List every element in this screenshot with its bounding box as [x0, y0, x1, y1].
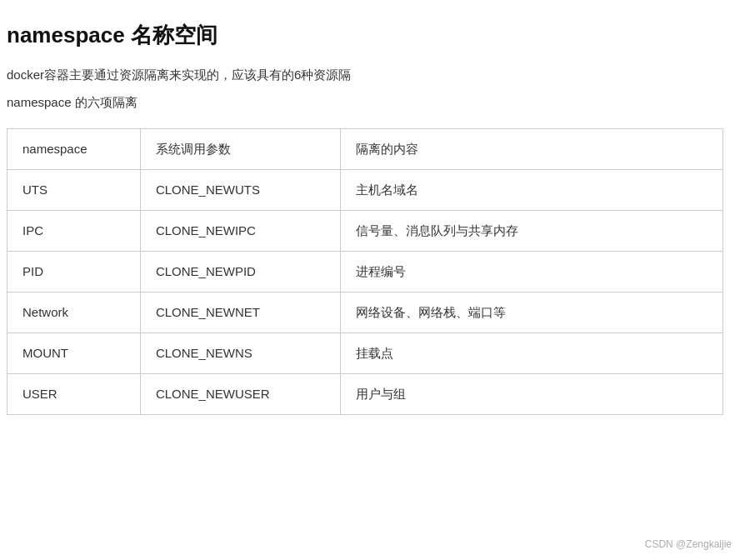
table-cell: 主机名域名 — [340, 170, 722, 211]
table-header-row: namespace系统调用参数隔离的内容 — [8, 129, 723, 170]
table-cell: 进程编号 — [340, 252, 722, 292]
table-cell: USER — [8, 374, 141, 415]
table-row: MOUNTCLONE_NEWNS挂载点 — [8, 333, 723, 374]
table-column-header: 隔离的内容 — [340, 129, 722, 170]
table-cell: 挂载点 — [340, 333, 722, 374]
table-cell: CLONE_NEWNS — [140, 333, 340, 374]
table-cell: Network — [8, 292, 141, 333]
table-row: PIDCLONE_NEWPID进程编号 — [8, 252, 723, 292]
table-cell: CLONE_NEWUTS — [140, 170, 340, 211]
table-cell: CLONE_NEWPID — [140, 252, 340, 292]
table-cell: 网络设备、网络栈、端口等 — [340, 292, 722, 333]
table-cell: CLONE_NEWIPC — [140, 211, 340, 252]
page-title: namespace 名称空间 — [7, 20, 722, 50]
table-cell: MOUNT — [8, 333, 141, 374]
table-row: UTSCLONE_NEWUTS主机名域名 — [8, 170, 723, 211]
table-column-header: namespace — [8, 129, 141, 170]
table-cell: UTS — [8, 170, 141, 211]
table-cell: 信号量、消息队列与共享内存 — [340, 211, 722, 252]
subtitle-text: namespace 的六项隔离 — [7, 91, 722, 113]
table-cell: CLONE_NEWUSER — [140, 374, 340, 415]
table-cell: IPC — [8, 211, 141, 252]
table-cell: 用户与组 — [340, 374, 722, 415]
table-row: NetworkCLONE_NEWNET网络设备、网络栈、端口等 — [8, 292, 723, 333]
table-body: UTSCLONE_NEWUTS主机名域名IPCCLONE_NEWIPC信号量、消… — [8, 170, 723, 415]
table-cell: PID — [8, 252, 141, 292]
watermark: CSDN @Zengkaijie — [645, 538, 732, 550]
table-row: IPCCLONE_NEWIPC信号量、消息队列与共享内存 — [8, 211, 723, 252]
namespace-table: namespace系统调用参数隔离的内容 UTSCLONE_NEWUTS主机名域… — [7, 128, 723, 415]
table-cell: CLONE_NEWNET — [140, 292, 340, 333]
table-row: USERCLONE_NEWUSER用户与组 — [8, 374, 723, 415]
table-column-header: 系统调用参数 — [140, 129, 340, 170]
description-text: docker容器主要通过资源隔离来实现的，应该具有的6种资源隔 — [7, 63, 722, 86]
